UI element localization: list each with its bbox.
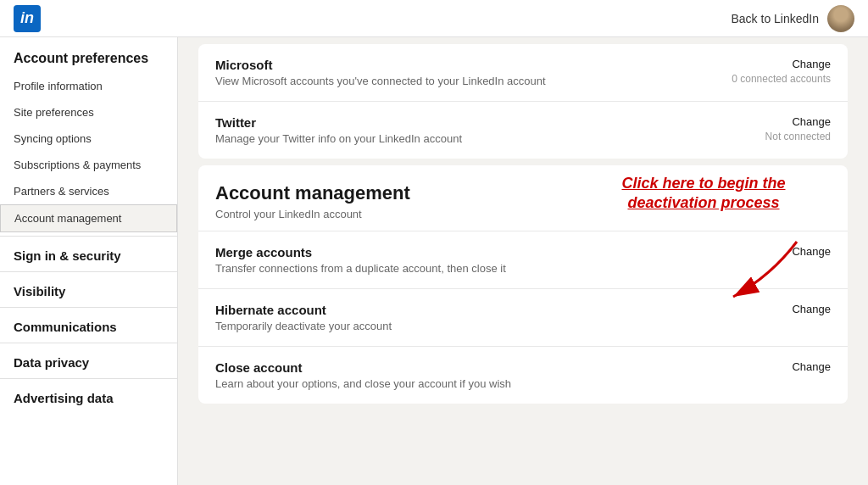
top-navigation: in Back to LinkedIn: [0, 0, 868, 37]
account-management-title: Account management: [215, 182, 831, 204]
twitter-change-link[interactable]: Change: [765, 115, 831, 128]
sidebar-item-profile-information[interactable]: Profile information: [0, 73, 177, 99]
twitter-subtext: Not connected: [765, 131, 831, 142]
microsoft-change-link[interactable]: Change: [732, 58, 831, 70]
avatar-image: [827, 5, 854, 32]
hibernate-account-desc: Temporarily deactivate your account: [215, 320, 392, 332]
merge-accounts-change-link[interactable]: Change: [792, 245, 831, 258]
account-management-header: Account management Control your LinkedIn…: [198, 165, 848, 231]
sidebar-item-subscriptions-payments[interactable]: Subscriptions & payments: [0, 152, 177, 178]
twitter-row: Twitter Manage your Twitter info on your…: [198, 102, 848, 159]
sidebar: Account preferences Profile information …: [0, 37, 178, 485]
close-account-row: Close account Learn about your options, …: [198, 347, 848, 404]
hibernate-account-change-link[interactable]: Change: [792, 303, 831, 315]
merge-accounts-desc: Transfer connections from a duplicate ac…: [215, 262, 506, 275]
sidebar-item-partners-services[interactable]: Partners & services: [0, 178, 177, 204]
merge-accounts-title: Merge accounts: [215, 245, 506, 259]
hibernate-account-title: Hibernate account: [215, 303, 392, 317]
linkedin-logo: in: [14, 5, 41, 32]
hibernate-account-row: Hibernate account Temporarily deactivate…: [198, 289, 848, 347]
twitter-desc: Manage your Twitter info on your LinkedI…: [215, 132, 462, 145]
sidebar-item-account-management[interactable]: Account management: [0, 204, 177, 232]
avatar[interactable]: [827, 5, 854, 32]
microsoft-desc: View Microsoft accounts you've connected…: [215, 75, 546, 87]
sidebar-item-data-privacy[interactable]: Data privacy: [0, 343, 177, 375]
twitter-title: Twitter: [215, 115, 462, 130]
microsoft-row: Microsoft View Microsoft accounts you've…: [198, 44, 848, 102]
account-management-card: Click here to begin thedeactivation proc…: [198, 165, 848, 404]
main-layout: Account preferences Profile information …: [0, 37, 868, 485]
sidebar-item-advertising-data[interactable]: Advertising data: [0, 378, 177, 410]
microsoft-subtext: 0 connected accounts: [732, 73, 831, 85]
close-account-desc: Learn about your options, and close your…: [215, 377, 511, 390]
sidebar-section-account-preferences: Account preferences: [0, 37, 177, 73]
sidebar-item-visibility[interactable]: Visibility: [0, 271, 177, 304]
close-account-change-link[interactable]: Change: [792, 360, 831, 373]
back-to-linkedin-link[interactable]: Back to LinkedIn: [731, 12, 819, 25]
sidebar-item-syncing-options[interactable]: Syncing options: [0, 125, 177, 152]
main-content: Microsoft View Microsoft accounts you've…: [178, 37, 868, 485]
merge-accounts-row: Merge accounts Transfer connections from…: [198, 231, 848, 289]
microsoft-title: Microsoft: [215, 58, 546, 72]
account-management-subtitle: Control your LinkedIn account: [215, 208, 831, 220]
sidebar-item-sign-in-security[interactable]: Sign in & security: [0, 236, 177, 268]
nav-right: Back to LinkedIn: [731, 5, 854, 32]
close-account-title: Close account: [215, 360, 511, 375]
sidebar-item-site-preferences[interactable]: Site preferences: [0, 99, 177, 125]
integrations-card: Microsoft View Microsoft accounts you've…: [198, 44, 848, 159]
sidebar-item-communications[interactable]: Communications: [0, 307, 177, 339]
